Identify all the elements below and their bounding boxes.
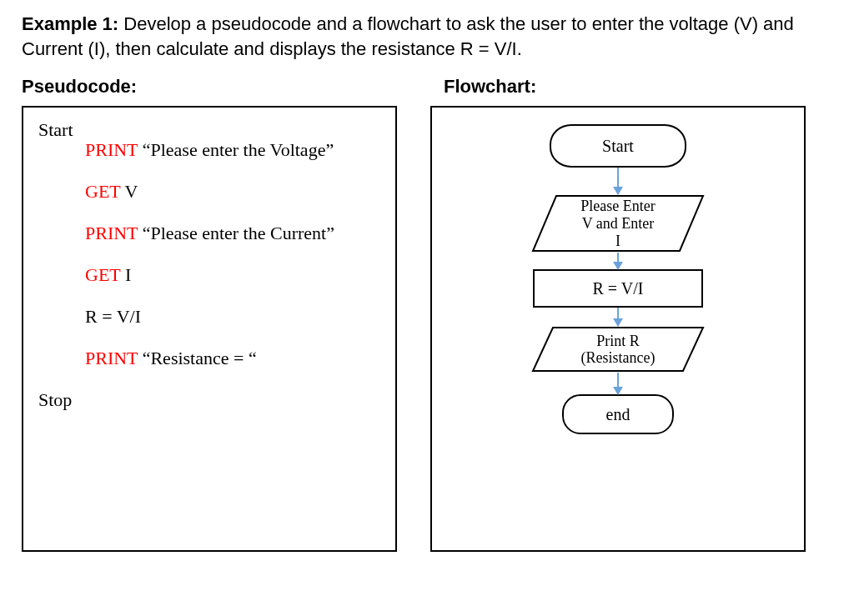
flow-output-parallelogram: Print R (Resistance) bbox=[531, 326, 705, 373]
flow-arrow-icon bbox=[617, 168, 619, 194]
flow-output-line1: Print R bbox=[596, 333, 640, 349]
pseudocode-start: Start bbox=[38, 119, 380, 141]
flow-arrow-icon bbox=[617, 308, 619, 326]
pseudocode-line-3: PRINT “Please enter the Current” bbox=[38, 223, 380, 244]
section-headings-row: Pseudocode: Flowchart: bbox=[22, 76, 832, 98]
code-text: I bbox=[120, 264, 131, 285]
flow-start-terminator: Start bbox=[550, 124, 686, 168]
flow-output-text: Print R (Resistance) bbox=[581, 333, 656, 367]
code-text: “Resistance = “ bbox=[138, 348, 257, 368]
pseudocode-heading: Pseudocode: bbox=[22, 76, 410, 98]
flow-process-label: R = V/I bbox=[593, 279, 644, 298]
keyword: PRINT bbox=[85, 139, 138, 160]
pseudocode-line-1: PRINT “Please enter the Voltage” bbox=[38, 139, 380, 161]
flowchart-heading: Flowchart: bbox=[444, 76, 832, 98]
pseudocode-stop: Stop bbox=[38, 389, 380, 411]
flow-process-box: R = V/I bbox=[533, 269, 703, 308]
example-title: Example 1: Develop a pseudocode and a fl… bbox=[22, 12, 832, 61]
pseudocode-line-2: GET V bbox=[38, 181, 380, 203]
flow-input-line1: Please Enter bbox=[580, 198, 655, 214]
keyword: GET bbox=[85, 264, 120, 285]
keyword: PRINT bbox=[85, 223, 138, 243]
code-text: R = V/I bbox=[85, 306, 141, 327]
flow-output-line2: (Resistance) bbox=[581, 349, 656, 366]
flow-arrow-icon bbox=[617, 373, 619, 394]
example-label: Example 1: bbox=[22, 13, 118, 34]
example-description: Develop a pseudocode and a flowchart to … bbox=[22, 13, 794, 59]
flow-arrow-icon bbox=[617, 253, 619, 269]
code-text: “Please enter the Voltage” bbox=[138, 139, 334, 160]
flowchart-panel: Start Please Enter V and Enter I R = V/I bbox=[430, 106, 806, 552]
columns: Start PRINT “Please enter the Voltage” G… bbox=[22, 106, 832, 552]
flow-end-label: end bbox=[606, 405, 630, 424]
keyword: GET bbox=[85, 181, 120, 202]
page: Example 1: Develop a pseudocode and a fl… bbox=[0, 0, 854, 616]
flow-input-parallelogram: Please Enter V and Enter I bbox=[531, 194, 705, 253]
flow-input-text: Please Enter V and Enter I bbox=[580, 198, 655, 249]
keyword: PRINT bbox=[85, 348, 138, 368]
code-text: “Please enter the Current” bbox=[138, 223, 334, 243]
pseudocode-line-5: R = V/I bbox=[38, 306, 380, 328]
pseudocode-panel: Start PRINT “Please enter the Voltage” G… bbox=[22, 106, 397, 552]
pseudocode-line-6: PRINT “Resistance = “ bbox=[38, 348, 380, 369]
flow-start-label: Start bbox=[602, 137, 634, 156]
code-text: V bbox=[120, 181, 138, 202]
flow-input-line2: V and Enter bbox=[582, 215, 655, 232]
pseudocode-line-4: GET I bbox=[38, 264, 380, 286]
flow-end-terminator: end bbox=[562, 394, 674, 434]
flow-input-line3: I bbox=[615, 233, 620, 249]
